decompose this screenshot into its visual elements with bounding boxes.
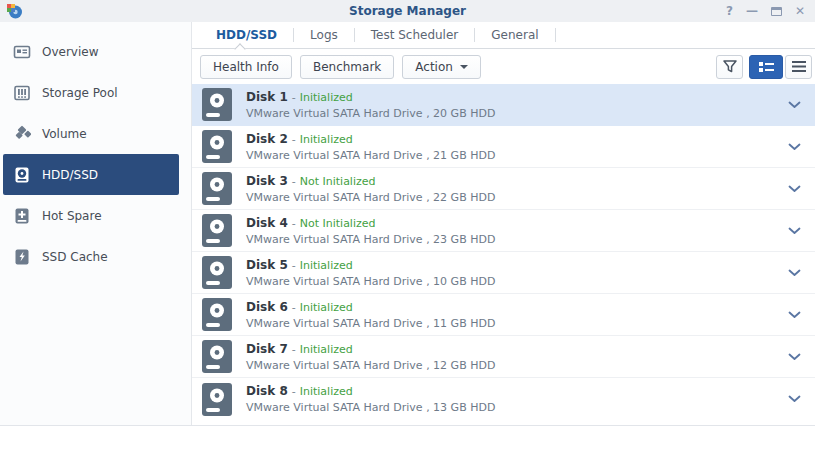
disk-status: Not Initialized <box>300 217 376 230</box>
status-separator: - <box>292 133 296 146</box>
disk-status: Initialized <box>300 301 353 314</box>
disk-description: VMware Virtual SATA Hard Drive , 13 GB H… <box>246 401 495 414</box>
disk-status: Initialized <box>300 133 353 146</box>
tab-logs[interactable]: Logs <box>294 23 354 47</box>
minimize-button[interactable]: — <box>746 5 758 17</box>
disk-name: Disk 6 <box>246 300 288 314</box>
chevron-down-icon[interactable] <box>788 101 801 109</box>
disk-description: VMware Virtual SATA Hard Drive , 20 GB H… <box>246 107 495 120</box>
main-panel: HDD/SSD Logs Test Scheduler General Heal… <box>192 22 815 425</box>
disk-status: Initialized <box>300 259 353 272</box>
sidebar-item-label: Volume <box>42 127 87 141</box>
maximize-button[interactable] <box>771 7 782 16</box>
status-separator: - <box>292 301 296 314</box>
chevron-down-icon[interactable] <box>788 227 801 235</box>
help-button[interactable]: ? <box>726 5 733 17</box>
tab-general[interactable]: General <box>475 23 554 47</box>
action-button-label: Action <box>415 60 453 74</box>
simple-list-view-button[interactable] <box>785 55 812 79</box>
storage-manager-app-icon <box>6 3 22 19</box>
hdd-icon <box>202 256 232 289</box>
simple-list-icon <box>792 61 806 72</box>
filter-button[interactable] <box>716 55 743 79</box>
disk-row-3[interactable]: Disk 3-Not Initialized VMware Virtual SA… <box>192 168 815 210</box>
hdd-ssd-icon <box>13 166 31 184</box>
tab-bar: HDD/SSD Logs Test Scheduler General <box>192 22 815 49</box>
detail-list-icon <box>759 61 774 73</box>
action-dropdown-button[interactable]: Action <box>402 55 481 79</box>
storage-pool-icon <box>13 84 31 102</box>
sidebar-item-hdd-ssd[interactable]: HDD/SSD <box>3 154 179 195</box>
disk-name: Disk 5 <box>246 258 288 272</box>
disk-name: Disk 2 <box>246 132 288 146</box>
sidebar-item-label: HDD/SSD <box>42 168 98 182</box>
disk-description: VMware Virtual SATA Hard Drive , 22 GB H… <box>246 191 495 204</box>
chevron-down-icon[interactable] <box>788 185 801 193</box>
tab-hdd-ssd[interactable]: HDD/SSD <box>200 23 293 47</box>
sidebar-item-label: Overview <box>42 45 99 59</box>
hdd-icon <box>202 88 232 121</box>
benchmark-button[interactable]: Benchmark <box>300 55 394 79</box>
detail-view-button[interactable] <box>749 55 783 79</box>
hdd-icon <box>202 340 232 373</box>
hot-spare-icon <box>13 207 31 225</box>
sidebar-item-hot-spare[interactable]: Hot Spare <box>0 195 191 236</box>
status-separator: - <box>292 91 296 104</box>
disk-row-5[interactable]: Disk 5-Initialized VMware Virtual SATA H… <box>192 252 815 294</box>
filter-icon <box>723 60 737 73</box>
status-separator: - <box>292 343 296 356</box>
sidebar-item-overview[interactable]: Overview <box>0 31 191 72</box>
ssd-cache-icon <box>13 248 31 266</box>
sidebar-item-label: Storage Pool <box>42 86 118 100</box>
disk-status: Initialized <box>300 343 353 356</box>
status-separator: - <box>292 175 296 188</box>
sidebar-item-ssd-cache[interactable]: SSD Cache <box>0 236 191 277</box>
title-bar: Storage Manager ? — ✕ <box>0 0 815 22</box>
disk-description: VMware Virtual SATA Hard Drive , 23 GB H… <box>246 233 495 246</box>
disk-description: VMware Virtual SATA Hard Drive , 11 GB H… <box>246 317 495 330</box>
disk-row-4[interactable]: Disk 4-Not Initialized VMware Virtual SA… <box>192 210 815 252</box>
disk-name: Disk 7 <box>246 342 288 356</box>
sidebar-item-volume[interactable]: Volume <box>0 113 191 154</box>
chevron-down-icon[interactable] <box>788 143 801 151</box>
sidebar-item-label: SSD Cache <box>42 250 108 264</box>
disk-status: Initialized <box>300 385 353 398</box>
hdd-icon <box>202 172 232 205</box>
tab-divider <box>555 28 556 42</box>
chevron-down-icon[interactable] <box>788 311 801 319</box>
sidebar: Overview Storage Pool Volume HDD/SSD <box>0 22 192 425</box>
tab-test-scheduler[interactable]: Test Scheduler <box>355 23 475 47</box>
overview-icon <box>13 43 31 61</box>
health-info-button[interactable]: Health Info <box>200 55 292 79</box>
hdd-icon <box>202 130 232 163</box>
sidebar-item-storage-pool[interactable]: Storage Pool <box>0 72 191 113</box>
status-separator: - <box>292 217 296 230</box>
disk-row-7[interactable]: Disk 7-Initialized VMware Virtual SATA H… <box>192 336 815 378</box>
chevron-down-icon[interactable] <box>788 269 801 277</box>
status-separator: - <box>292 259 296 272</box>
sidebar-item-label: Hot Spare <box>42 209 102 223</box>
status-separator: - <box>292 385 296 398</box>
disk-description: VMware Virtual SATA Hard Drive , 10 GB H… <box>246 275 495 288</box>
hdd-icon <box>202 383 232 416</box>
close-button[interactable]: ✕ <box>795 5 805 17</box>
disk-description: VMware Virtual SATA Hard Drive , 12 GB H… <box>246 359 495 372</box>
disk-status: Initialized <box>300 91 353 104</box>
caret-down-icon <box>460 65 468 69</box>
disk-status: Not Initialized <box>300 175 376 188</box>
disk-row-1[interactable]: Disk 1-Initialized VMware Virtual SATA H… <box>192 84 815 126</box>
disk-description: VMware Virtual SATA Hard Drive , 21 GB H… <box>246 149 495 162</box>
view-toggle-group <box>716 55 812 79</box>
disk-name: Disk 4 <box>246 216 288 230</box>
disk-list: Disk 1-Initialized VMware Virtual SATA H… <box>192 84 815 425</box>
hdd-icon <box>202 214 232 247</box>
disk-row-2[interactable]: Disk 2-Initialized VMware Virtual SATA H… <box>192 126 815 168</box>
chevron-down-icon[interactable] <box>788 395 801 403</box>
chevron-down-icon[interactable] <box>788 353 801 361</box>
hdd-icon <box>202 298 232 331</box>
toolbar: Health Info Benchmark Action <box>192 49 815 84</box>
disk-row-8[interactable]: Disk 8-Initialized VMware Virtual SATA H… <box>192 378 815 420</box>
disk-name: Disk 3 <box>246 174 288 188</box>
disk-row-6[interactable]: Disk 6-Initialized VMware Virtual SATA H… <box>192 294 815 336</box>
volume-icon <box>13 125 31 143</box>
